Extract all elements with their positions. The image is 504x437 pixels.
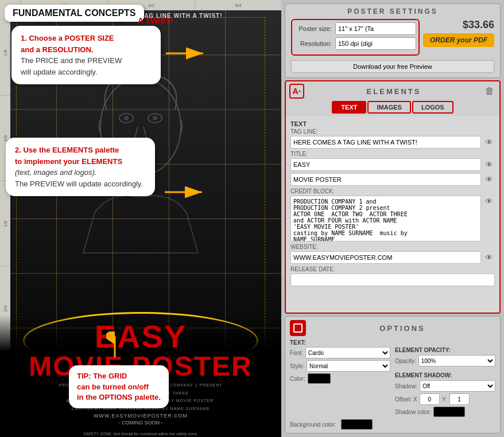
title-1-visibility-icon[interactable]: 👁 bbox=[483, 159, 495, 170]
tip-line2: can be turned on/off bbox=[77, 383, 149, 391]
poster-coming-soon: - COMING SOON - bbox=[11, 420, 270, 426]
callout2-line2: to implement your ELEMENTS bbox=[15, 157, 122, 166]
settings-selects-highlight: Poster size: 11" x 17" (Ta Resolution: 1… bbox=[291, 19, 420, 56]
credit-block-visibility-icon[interactable]: 👁 bbox=[483, 196, 495, 207]
options-icon-inner bbox=[293, 323, 303, 333]
options-title: OPTIONS bbox=[309, 324, 495, 333]
tag-line-input[interactable] bbox=[290, 136, 481, 149]
resolution-label: Resolution: bbox=[294, 40, 332, 47]
tip-line3: in the OPTIONS palette. bbox=[77, 393, 161, 401]
website-label: WEBSITE: bbox=[290, 244, 495, 250]
font-group: Font: Cardo Style: Normal Color: bbox=[290, 347, 390, 417]
svg-point-4 bbox=[153, 116, 157, 120]
opacity-shadow-group: ELEMENT OPACITY: Opacity: 100% ELEMENT S… bbox=[395, 347, 495, 417]
offset-y-input[interactable] bbox=[449, 393, 470, 405]
website-input[interactable] bbox=[290, 251, 481, 264]
title-label: TITLE: bbox=[290, 151, 495, 157]
font-select[interactable]: Cardo bbox=[305, 347, 390, 358]
title-2-visibility-icon[interactable]: 👁 bbox=[483, 174, 495, 185]
title-row-2: 👁 bbox=[290, 173, 495, 186]
color-label: Color: bbox=[290, 376, 305, 382]
safety-zone-text: SAFETY ZONE: text should be contained wi… bbox=[0, 432, 281, 436]
poster-website: WWW.EASYMOVIEPOSTER.COM bbox=[11, 413, 270, 419]
tab-text[interactable]: TEXT bbox=[332, 101, 366, 114]
tag-line-label: TAG LINE: bbox=[290, 128, 495, 135]
tag-line-visibility-icon[interactable]: 👁 bbox=[483, 136, 495, 148]
opacity-select[interactable]: 100% bbox=[418, 355, 495, 366]
elements-content: TEXT TAG LINE: 👁 TITLE: 👁 👁 CREDIT BLOCK… bbox=[286, 116, 499, 313]
color-swatch[interactable] bbox=[308, 373, 331, 384]
bg-color-row: Background color: bbox=[290, 419, 495, 430]
elements-add-icon[interactable]: A+ bbox=[289, 84, 304, 99]
poster-size-select[interactable]: 11" x 17" (Ta bbox=[335, 22, 416, 35]
fundamental-badge: FUNDAMENTAL CONCEPTS bbox=[5, 5, 144, 22]
opacity-sub-label: Opacity: bbox=[395, 358, 416, 364]
shadow-row: Shadow: Off bbox=[395, 380, 495, 392]
left-panel: 1/4 1/2 3/4 1/4 1/3 1/2 2/3 3/4 bbox=[0, 0, 281, 437]
callout-bubble-2: 2. Use the ELEMENTS palette to implement… bbox=[6, 138, 155, 196]
callout2-line4: The PREVIEW will update accordingly. bbox=[15, 180, 143, 188]
opacity-row: Opacity: 100% bbox=[395, 355, 495, 366]
callout-bubble-1: 1. Choose a POSTER SIZE and a RESOLUTION… bbox=[11, 26, 161, 84]
offset-row: Offset: X Y: bbox=[395, 393, 495, 405]
style-label: Style: bbox=[290, 363, 304, 369]
offset-x-label: Offset: X bbox=[395, 396, 417, 403]
website-visibility-icon[interactable]: 👁 bbox=[483, 252, 495, 263]
arrow-1 bbox=[163, 45, 209, 64]
style-row: Style: Normal bbox=[290, 360, 390, 372]
release-date-label: RELEASE DATE: bbox=[290, 266, 495, 272]
tag-line-row: 👁 bbox=[290, 136, 495, 149]
font-label: Font: bbox=[290, 350, 303, 356]
arrow-2 bbox=[162, 184, 208, 203]
resolution-select[interactable]: 150 dpi (digi bbox=[335, 37, 416, 50]
order-pdf-button[interactable]: ORDER your PDF bbox=[423, 33, 494, 47]
bg-color-swatch[interactable] bbox=[341, 419, 373, 430]
title-row-1: 👁 bbox=[290, 158, 495, 171]
options-panel: OPTIONS TEXT: Font: Cardo Style: Normal bbox=[285, 316, 501, 434]
tab-images[interactable]: IMAGES bbox=[367, 101, 410, 114]
title-input-2[interactable] bbox=[290, 173, 481, 186]
elements-title: ELEMENTS bbox=[304, 87, 483, 96]
font-row: Font: Cardo bbox=[290, 347, 390, 358]
offset-x-input[interactable] bbox=[420, 393, 440, 405]
tab-logos[interactable]: LOGOS bbox=[412, 101, 453, 114]
elements-tabs: TEXT IMAGES LOGOS bbox=[286, 101, 499, 116]
download-preview-button[interactable]: Download your free Preview bbox=[291, 60, 494, 73]
poster-size-row: Poster size: 11" x 17" (Ta bbox=[294, 22, 416, 35]
tip-line1: TIP: The GRID bbox=[77, 372, 127, 380]
release-date-input[interactable] bbox=[290, 274, 495, 286]
title-input-1[interactable] bbox=[290, 158, 481, 171]
shadow-select[interactable]: Off bbox=[420, 380, 495, 392]
credit-block-row: 👁 bbox=[290, 196, 495, 241]
resolution-row: Resolution: 150 dpi (digi bbox=[294, 37, 416, 50]
text-section-label: TEXT bbox=[290, 120, 495, 127]
callout2-line3: (text, images and logos). bbox=[15, 168, 96, 177]
poster-preview: 1/4 1/2 3/4 1/4 1/3 1/2 2/3 3/4 bbox=[0, 0, 281, 437]
options-text-label: TEXT: bbox=[290, 340, 495, 346]
options-header: OPTIONS bbox=[290, 320, 495, 336]
poster-size-label: Poster size: bbox=[294, 25, 332, 32]
svg-point-3 bbox=[124, 116, 129, 120]
callout2-line1: 2. Use the ELEMENTS palette bbox=[15, 146, 119, 154]
release-date-row bbox=[290, 274, 495, 286]
callout1-line1: 1. Choose a POSTER SIZE bbox=[21, 34, 114, 42]
offset-y-label: Y: bbox=[442, 396, 447, 403]
options-grid: Font: Cardo Style: Normal Color: bbox=[290, 347, 495, 417]
trash-icon[interactable]: 🗑 bbox=[483, 85, 496, 97]
ruler-mark: 3/4 bbox=[195, 0, 281, 10]
poster-settings-panel: POSTER SETTINGS Poster size: 11" x 17" (… bbox=[285, 3, 501, 78]
shadow-color-swatch[interactable] bbox=[433, 407, 465, 417]
twist-text: A TWIST! bbox=[138, 16, 173, 25]
bg-color-label: Background color: bbox=[290, 422, 336, 428]
elements-header: A+ ELEMENTS 🗑 bbox=[286, 81, 499, 101]
elements-panel: A+ ELEMENTS 🗑 TEXT IMAGES LOGOS TEXT TAG… bbox=[285, 80, 501, 314]
poster-settings-title: POSTER SETTINGS bbox=[291, 7, 494, 15]
tip-bubble: TIP: The GRID can be turned on/off in th… bbox=[69, 365, 169, 408]
shadow-color-label: Shadow color: bbox=[395, 409, 431, 415]
credit-block-textarea[interactable] bbox=[290, 196, 481, 241]
style-select[interactable]: Normal bbox=[307, 360, 390, 372]
shadow-sub-label: Shadow: bbox=[395, 383, 417, 389]
element-shadow-label: ELEMENT SHADOW: bbox=[395, 372, 495, 379]
poster-title-easy: EASY bbox=[11, 321, 270, 353]
callout1-line3: will update accordingly. bbox=[21, 68, 97, 76]
